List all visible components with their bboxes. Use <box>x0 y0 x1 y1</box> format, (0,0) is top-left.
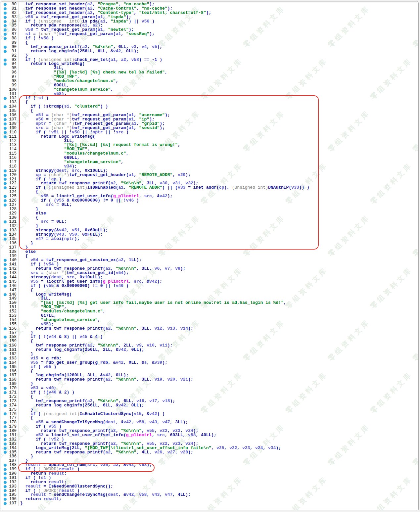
code-text[interactable]: if ( (v55 & 0x80000000) != 0 || !v46 ) <box>19 284 129 288</box>
code-line[interactable]: 171 if ( !(v40 & 2) ) <box>1 391 418 395</box>
breakpoint-dot-icon[interactable] <box>4 238 7 241</box>
breakpoint-dot-icon[interactable] <box>4 336 7 339</box>
code-line[interactable]: 128 } <box>1 207 418 211</box>
breakpoint-dot-icon[interactable] <box>4 502 7 505</box>
breakpoint-cell[interactable] <box>1 468 8 471</box>
breakpoint-dot-icon[interactable] <box>4 233 7 236</box>
breakpoint-cell[interactable] <box>1 50 8 53</box>
breakpoint-dot-icon[interactable] <box>4 37 7 40</box>
breakpoint-cell[interactable] <box>1 97 8 100</box>
breakpoint-dot-icon[interactable] <box>4 118 7 121</box>
breakpoint-cell[interactable] <box>1 502 8 505</box>
code-text[interactable]: return log_chginfo(256LL, 6LL, &v42, 0LL… <box>19 403 144 408</box>
breakpoint-dot-icon[interactable] <box>4 349 7 351</box>
breakpoint-dot-icon[interactable] <box>4 477 7 480</box>
breakpoint-cell[interactable] <box>1 434 8 437</box>
breakpoint-dot-icon[interactable] <box>4 280 7 283</box>
breakpoint-cell[interactable] <box>1 33 8 36</box>
breakpoint-dot-icon[interactable] <box>4 489 7 492</box>
code-line[interactable]: 162 } <box>1 352 418 356</box>
breakpoint-cell[interactable] <box>1 263 8 266</box>
breakpoint-cell[interactable] <box>1 447 8 450</box>
breakpoint-cell[interactable] <box>1 178 8 181</box>
breakpoint-cell[interactable] <box>1 174 8 177</box>
code-line[interactable]: 158 if ( !(v44 & 8) || v45 & 4 ) <box>1 335 418 339</box>
breakpoint-cell[interactable] <box>1 421 8 424</box>
breakpoint-cell[interactable] <box>1 195 8 198</box>
breakpoint-cell[interactable] <box>1 481 8 484</box>
code-line[interactable]: 174 return log_chginfo(256LL, 6LL, &v42,… <box>1 403 418 408</box>
breakpoint-dot-icon[interactable] <box>4 468 7 471</box>
code-line[interactable]: 120 cp = (char *)twf_request_get_header(… <box>1 173 418 177</box>
code-line[interactable]: 123 if ( !(unsigned int)IsDNEnabled(a1, … <box>1 186 418 190</box>
breakpoint-dot-icon[interactable] <box>4 472 7 475</box>
code-line[interactable]: 140 v54 = twf_response_get_session_ex(a2… <box>1 258 418 262</box>
code-line[interactable]: 104 if ( !strcmp(s1, "clusterd") ) <box>1 105 418 109</box>
breakpoint-dot-icon[interactable] <box>4 33 7 36</box>
breakpoint-dot-icon[interactable] <box>4 498 7 501</box>
breakpoint-cell[interactable] <box>1 327 8 330</box>
code-line[interactable]: 88 if ( !v58 ) <box>1 36 418 41</box>
breakpoint-cell[interactable] <box>1 425 8 428</box>
breakpoint-cell[interactable] <box>1 391 8 394</box>
breakpoint-dot-icon[interactable] <box>4 493 7 496</box>
breakpoint-dot-icon[interactable] <box>4 421 7 424</box>
breakpoint-dot-icon[interactable] <box>4 204 7 207</box>
code-line[interactable]: 87 s1 = (char *)twf_request_get_param(a1… <box>1 32 418 36</box>
breakpoint-cell[interactable] <box>1 199 8 202</box>
code-line[interactable]: 135 v47 = atoi(nptr); <box>1 237 418 241</box>
breakpoint-cell[interactable] <box>1 114 8 117</box>
breakpoint-dot-icon[interactable] <box>4 24 7 27</box>
breakpoint-dot-icon[interactable] <box>4 485 7 488</box>
code-line[interactable]: 165 if ( v55 ) <box>1 365 418 369</box>
code-line[interactable]: 101 v58); <box>1 92 418 96</box>
breakpoint-cell[interactable] <box>1 404 8 407</box>
code-text[interactable]: if ( !(unsigned int)IsDNEnabled(a1, "REM… <box>19 186 309 190</box>
code-text[interactable]: return twf_response_printf(a2, "%d\n\n",… <box>19 450 193 455</box>
code-text[interactable]: return log_chginfo(256LL, 6LL, &v42, 0LL… <box>19 49 139 54</box>
code-line[interactable]: 138 else <box>1 250 418 254</box>
breakpoint-cell[interactable] <box>1 46 8 49</box>
code-text[interactable]: return result; <box>19 497 62 501</box>
breakpoint-dot-icon[interactable] <box>4 293 7 296</box>
breakpoint-dot-icon[interactable] <box>4 135 7 138</box>
breakpoint-dot-icon[interactable] <box>4 46 7 49</box>
breakpoint-dot-icon[interactable] <box>4 451 7 454</box>
breakpoint-cell[interactable] <box>1 259 8 262</box>
breakpoint-dot-icon[interactable] <box>4 464 7 467</box>
code-text[interactable]: return twf_response_printf(a2, "%d\n\n",… <box>19 378 193 382</box>
breakpoint-dot-icon[interactable] <box>4 105 7 108</box>
code-text[interactable]: } <box>19 501 23 506</box>
breakpoint-cell[interactable] <box>1 451 8 454</box>
breakpoint-dot-icon[interactable] <box>4 327 7 330</box>
code-line[interactable]: 164 v55 = rdb_get_user_group(g_rdb, &v42… <box>1 361 418 365</box>
code-line[interactable]: 178 v55 = sendChangeTelSyncMsg(dest, &v4… <box>1 420 418 425</box>
breakpoint-cell[interactable] <box>1 63 8 66</box>
code-line[interactable]: 186 } <box>1 454 418 459</box>
code-line[interactable]: 196 return result; <box>1 497 418 501</box>
breakpoint-cell[interactable] <box>1 169 8 172</box>
breakpoint-dot-icon[interactable] <box>4 442 7 445</box>
breakpoint-cell[interactable] <box>1 412 8 415</box>
breakpoint-cell[interactable] <box>1 400 8 403</box>
breakpoint-cell[interactable] <box>1 272 8 275</box>
code-line[interactable]: 169 } <box>1 382 418 386</box>
breakpoint-cell[interactable] <box>1 464 8 467</box>
code-line[interactable]: 195 result = sendChangeTelSyncMsg(dest, … <box>1 493 418 497</box>
code-line[interactable]: 127 src = 0LL; <box>1 203 418 207</box>
breakpoint-cell[interactable] <box>1 349 8 351</box>
breakpoint-dot-icon[interactable] <box>4 186 7 189</box>
breakpoint-cell[interactable] <box>1 280 8 283</box>
breakpoint-cell[interactable] <box>1 276 8 279</box>
breakpoint-dot-icon[interactable] <box>4 195 7 198</box>
breakpoint-dot-icon[interactable] <box>4 259 7 262</box>
breakpoint-cell[interactable] <box>1 186 8 189</box>
breakpoint-dot-icon[interactable] <box>4 430 7 433</box>
breakpoint-cell[interactable] <box>1 378 8 381</box>
breakpoint-cell[interactable] <box>1 229 8 232</box>
breakpoint-cell[interactable] <box>1 28 8 31</box>
breakpoint-cell[interactable] <box>1 238 8 241</box>
breakpoint-dot-icon[interactable] <box>4 272 7 275</box>
breakpoint-cell[interactable] <box>1 220 8 223</box>
breakpoint-dot-icon[interactable] <box>4 229 7 232</box>
